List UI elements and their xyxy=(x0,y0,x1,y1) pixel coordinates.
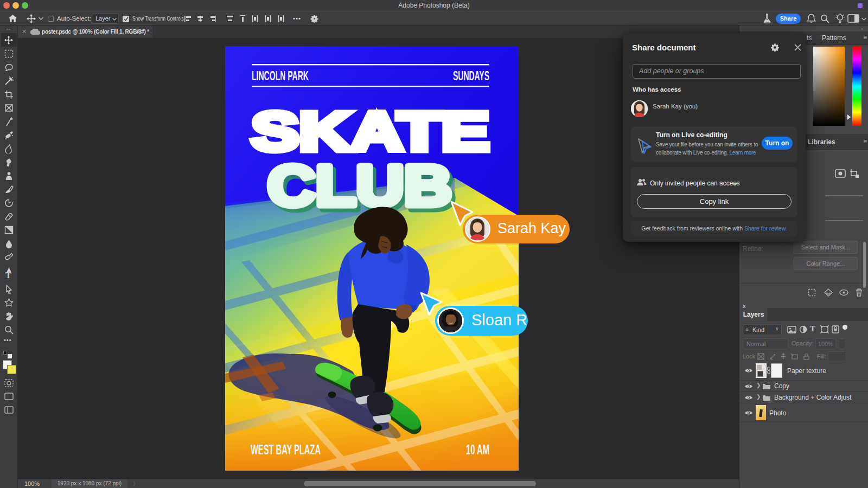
svg-text:WEST BAY PLAZA: WEST BAY PLAZA xyxy=(251,441,321,458)
svg-text:SKATE: SKATE xyxy=(251,101,489,162)
svg-text:CLUB: CLUB xyxy=(267,153,452,217)
svg-text:10 AM: 10 AM xyxy=(466,441,489,458)
svg-text:LINCOLN PARK: LINCOLN PARK xyxy=(252,69,309,83)
svg-text:SUNDAYS: SUNDAYS xyxy=(453,69,489,83)
